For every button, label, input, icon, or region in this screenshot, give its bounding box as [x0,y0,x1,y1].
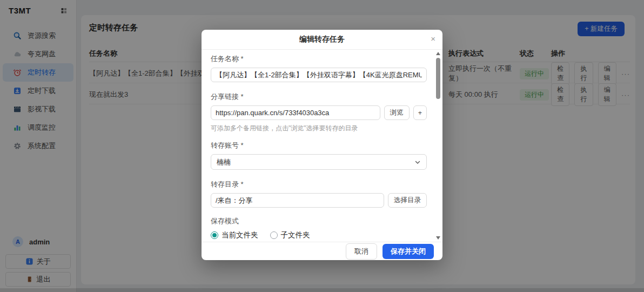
account-select[interactable]: 楠楠 [211,154,427,170]
task-name-input[interactable] [211,68,427,82]
browse-button[interactable]: 浏览 [384,105,410,120]
scroll-up-icon[interactable] [436,52,440,55]
save-and-close-button[interactable]: 保存并关闭 [383,244,434,259]
modal-scrollbar [435,51,441,241]
radio-label: 子文件夹 [281,230,310,240]
scroll-down-icon[interactable] [436,236,440,240]
folder-input[interactable] [211,193,384,208]
account-select-value: 楠楠 [217,157,414,167]
add-link-button[interactable]: + [413,105,427,120]
folder-label: 转存目录 * [211,180,427,189]
radio-label: 当前文件夹 [222,230,258,240]
radio-sub-folder[interactable]: 子文件夹 [270,230,310,240]
share-link-hint: 可添加多个备用链接，点击"浏览"选择要转存的目录 [211,124,427,133]
share-link-input[interactable] [211,105,380,120]
radio-unchecked-icon [270,231,278,239]
chevron-down-icon [414,159,421,165]
task-name-label: 任务名称 * [211,54,427,64]
scrollbar-thumb[interactable] [436,58,440,99]
share-link-label: 分享链接 * [211,92,427,102]
close-icon[interactable]: × [431,35,435,43]
choose-folder-button[interactable]: 选择目录 [388,193,427,208]
modal-body: 任务名称 * 分享链接 * 浏览 + 可添加多个备用链接，点击"浏览"选择要转存… [202,50,442,242]
edit-transfer-task-modal: 编辑转存任务 × 任务名称 * 分享链接 * 浏览 + 可添加多个备用链接，点击… [202,30,442,260]
save-mode-label: 保存模式 [211,216,427,226]
cancel-button[interactable]: 取消 [346,243,377,260]
account-label: 转存账号 * [211,141,427,150]
radio-current-folder[interactable]: 当前文件夹 [211,230,258,240]
radio-checked-icon [211,231,218,239]
modal-title: 编辑转存任务 [299,35,345,44]
